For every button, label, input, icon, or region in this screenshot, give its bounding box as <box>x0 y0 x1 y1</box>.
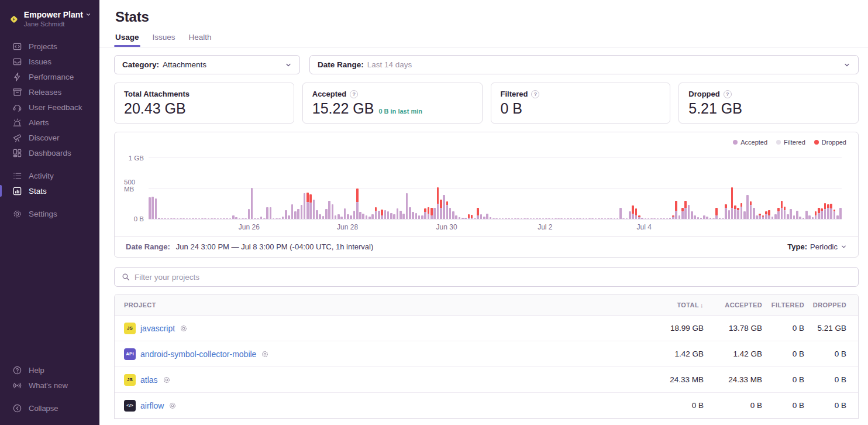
project-filter <box>114 267 859 287</box>
projects-icon <box>12 42 22 52</box>
stats-icon <box>12 186 22 196</box>
legend-dot <box>733 140 738 145</box>
card-total-attachments: Total Attachments 20.43 GB <box>114 83 294 124</box>
table-row: API android-symbol-collector-mobile 1.42… <box>115 341 858 367</box>
col-dropped[interactable]: DROPPED <box>804 301 846 309</box>
org-name: Empower Plant <box>24 10 91 19</box>
filtered-value: 0 B <box>501 100 661 117</box>
chart-type-select[interactable]: Type: Periodic <box>787 242 847 251</box>
dropped-value: 5.21 GB <box>688 100 849 117</box>
user-feedback-icon <box>12 102 22 112</box>
info-icon[interactable]: ? <box>724 90 732 98</box>
x-tick-label: Jun 30 <box>436 223 457 231</box>
legend-dot <box>814 140 819 145</box>
x-tick-label: Jul 2 <box>538 223 552 231</box>
dashboards-icon <box>12 148 22 158</box>
col-total[interactable]: TOTAL↓ <box>639 301 704 309</box>
sidebar-item-issues[interactable]: Issues <box>0 54 99 69</box>
x-tick-label: Jun 26 <box>239 223 260 231</box>
sidebar-item-dashboards[interactable]: Dashboards <box>0 145 99 160</box>
chart-plot <box>149 148 842 220</box>
sidebar-item-help[interactable]: Help <box>0 362 99 378</box>
usage-content: Category: Attachments Date Range: Last 1… <box>99 47 868 419</box>
sidebar-item-performance[interactable]: Performance <box>0 69 99 84</box>
tab-health[interactable]: Health <box>189 33 212 47</box>
sidebar-item-user-feedback[interactable]: User Feedback <box>0 100 99 115</box>
daterange-select[interactable]: Date Range: Last 14 days <box>309 55 859 74</box>
chart-footer: Date Range: Jun 24 3:00 PM — Jul 8 3:00 … <box>115 236 858 257</box>
info-icon[interactable]: ? <box>350 90 358 98</box>
project-link[interactable]: atlas <box>140 375 158 385</box>
table-row: </> airflow 0 B 0 B 0 B 0 B <box>115 393 858 419</box>
chart-bars <box>149 148 842 219</box>
info-icon[interactable]: ? <box>531 90 539 98</box>
stat-cards: Total Attachments 20.43 GB Accepted? 15.… <box>114 83 859 124</box>
card-filtered: Filtered? 0 B <box>491 83 671 124</box>
org-switcher[interactable]: Empower Plant Jane Schmidt <box>0 7 99 39</box>
sidebar-nav: Projects Issues Performance Releases Use… <box>0 39 99 221</box>
x-tick-label: Jul 4 <box>637 223 652 231</box>
usage-chart-panel: Accepted Filtered Dropped 1 GB 500 MB 0 … <box>114 132 859 258</box>
chart-daterange-value: Jun 24 3:00 PM — Jul 8 3:00 PM (-04:00 U… <box>176 242 373 251</box>
tab-bar: Usage Issues Health <box>115 33 859 47</box>
project-link[interactable]: android-symbol-collector-mobile <box>140 349 256 359</box>
table-row: JS atlas 24.33 MB 24.33 MB 0 B 0 B <box>115 367 858 393</box>
legend-filtered[interactable]: Filtered <box>776 139 805 146</box>
chevron-down-icon <box>285 61 292 68</box>
project-link[interactable]: airflow <box>140 401 164 410</box>
activity-icon <box>12 171 22 181</box>
project-settings-icon[interactable] <box>180 324 188 333</box>
alerts-icon <box>12 118 22 128</box>
performance-icon <box>12 72 22 82</box>
tab-usage[interactable]: Usage <box>115 33 139 47</box>
project-link[interactable]: javascript <box>140 324 175 333</box>
sidebar-item-discover[interactable]: Discover <box>0 130 99 145</box>
collapse-icon <box>12 403 22 413</box>
sidebar-item-settings[interactable]: Settings <box>0 206 99 221</box>
sidebar-item-alerts[interactable]: Alerts <box>0 115 99 130</box>
org-avatar <box>9 9 19 29</box>
issues-icon <box>12 57 22 67</box>
platform-icon: JS <box>124 323 136 334</box>
tab-issues[interactable]: Issues <box>153 33 175 47</box>
sidebar-footer: Help What's new Collapse <box>0 362 99 416</box>
sidebar-item-stats[interactable]: Stats <box>0 183 99 198</box>
platform-icon: </> <box>124 400 136 412</box>
settings-gear-icon <box>12 209 22 219</box>
discover-icon <box>12 133 22 143</box>
project-settings-icon[interactable] <box>261 350 269 358</box>
page-header: Stats Usage Issues Health <box>99 0 868 47</box>
platform-icon: JS <box>124 374 136 386</box>
sidebar-item-projects[interactable]: Projects <box>0 39 99 54</box>
sidebar-item-activity[interactable]: Activity <box>0 168 99 183</box>
projects-table: PROJECT TOTAL↓ ACCEPTED FILTERED DROPPED… <box>114 294 859 419</box>
chevron-down-icon <box>841 244 847 250</box>
search-icon <box>122 273 130 281</box>
sidebar-item-whats-new[interactable]: What's new <box>0 378 99 393</box>
sidebar-item-releases[interactable]: Releases <box>0 84 99 100</box>
project-settings-icon[interactable] <box>168 402 177 410</box>
card-dropped: Dropped? 5.21 GB <box>678 83 859 124</box>
project-filter-input[interactable] <box>135 273 851 282</box>
chart-x-axis: Jun 26Jun 28Jun 30Jul 2Jul 4 <box>149 221 842 235</box>
legend-dot <box>776 140 781 145</box>
legend-accepted[interactable]: Accepted <box>733 139 767 146</box>
chart-legend: Accepted Filtered Dropped <box>115 132 858 146</box>
x-tick-label: Jun 28 <box>337 223 358 231</box>
help-icon <box>12 365 22 375</box>
table-header: PROJECT TOTAL↓ ACCEPTED FILTERED DROPPED <box>115 294 858 316</box>
total-value: 20.43 GB <box>124 100 284 117</box>
col-project[interactable]: PROJECT <box>124 301 639 309</box>
app-window: Empower Plant Jane Schmidt Projects Issu… <box>0 0 868 425</box>
card-accepted: Accepted? 15.22 GB0 B in last min <box>302 83 483 124</box>
project-settings-icon[interactable] <box>163 376 171 384</box>
accepted-trend: 0 B in last min <box>378 108 422 115</box>
user-name: Jane Schmidt <box>24 20 91 28</box>
filter-row: Category: Attachments Date Range: Last 1… <box>114 55 859 74</box>
sidebar-collapse-button[interactable]: Collapse <box>0 400 99 416</box>
col-accepted[interactable]: ACCEPTED <box>704 301 762 309</box>
page-title: Stats <box>115 9 859 25</box>
legend-dropped[interactable]: Dropped <box>814 139 846 146</box>
col-filtered[interactable]: FILTERED <box>762 301 804 309</box>
category-select[interactable]: Category: Attachments <box>114 55 300 74</box>
